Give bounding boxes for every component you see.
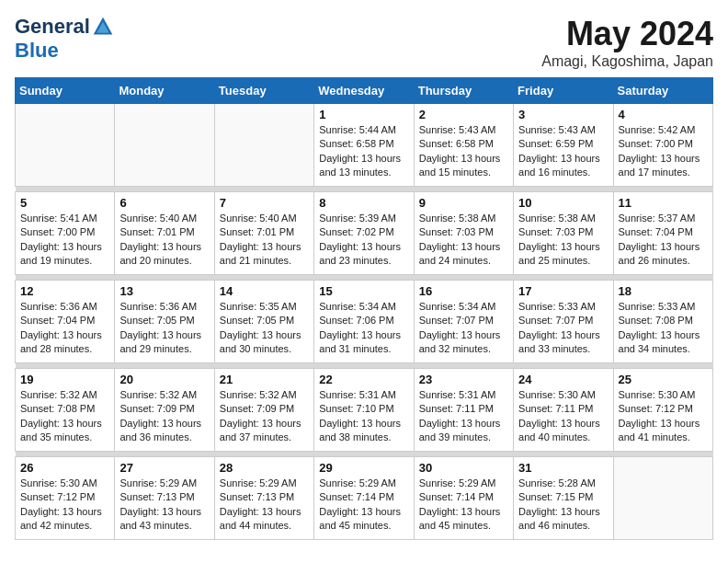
calendar-table: Sunday Monday Tuesday Wednesday Thursday… — [15, 77, 713, 540]
list-item — [613, 457, 712, 540]
list-item — [214, 104, 313, 187]
day-number: 26 — [20, 461, 109, 475]
day-info: Sunrise: 5:34 AMSunset: 7:06 PMDaylight:… — [319, 300, 408, 357]
day-info: Sunrise: 5:33 AMSunset: 7:07 PMDaylight:… — [518, 300, 608, 357]
day-info: Sunrise: 5:40 AMSunset: 7:01 PMDaylight:… — [119, 212, 209, 269]
day-number: 19 — [20, 373, 109, 386]
list-item: 16Sunrise: 5:34 AMSunset: 7:07 PMDayligh… — [414, 281, 513, 363]
list-item: 18Sunrise: 5:33 AMSunset: 7:08 PMDayligh… — [613, 281, 712, 363]
day-info: Sunrise: 5:38 AMSunset: 7:03 PMDaylight:… — [419, 212, 508, 269]
day-info: Sunrise: 5:29 AMSunset: 7:14 PMDaylight:… — [319, 477, 408, 534]
day-number: 6 — [119, 196, 209, 210]
list-item: 3Sunrise: 5:43 AMSunset: 6:59 PMDaylight… — [514, 104, 613, 187]
day-info: Sunrise: 5:31 AMSunset: 7:10 PMDaylight:… — [319, 388, 408, 445]
day-number: 31 — [518, 461, 608, 475]
day-info: Sunrise: 5:28 AMSunset: 7:15 PMDaylight:… — [518, 477, 608, 534]
day-info: Sunrise: 5:29 AMSunset: 7:13 PMDaylight:… — [220, 477, 309, 534]
list-item: 30Sunrise: 5:29 AMSunset: 7:14 PMDayligh… — [414, 457, 513, 540]
list-item: 31Sunrise: 5:28 AMSunset: 7:15 PMDayligh… — [514, 457, 613, 540]
list-item: 28Sunrise: 5:29 AMSunset: 7:13 PMDayligh… — [214, 457, 313, 540]
day-info: Sunrise: 5:43 AMSunset: 6:58 PMDaylight:… — [419, 123, 508, 180]
list-item: 11Sunrise: 5:37 AMSunset: 7:04 PMDayligh… — [613, 192, 712, 275]
day-number: 3 — [518, 108, 608, 121]
list-item: 21Sunrise: 5:32 AMSunset: 7:09 PMDayligh… — [214, 369, 313, 452]
day-number: 17 — [518, 284, 608, 298]
day-number: 10 — [518, 196, 608, 210]
logo-blue: Blue — [15, 39, 59, 63]
day-info: Sunrise: 5:34 AMSunset: 7:07 PMDaylight:… — [419, 300, 508, 357]
day-number: 7 — [220, 196, 309, 210]
logo-general: General — [15, 15, 90, 39]
header-monday: Monday — [115, 78, 214, 104]
day-number: 13 — [119, 284, 209, 298]
weekday-header-row: Sunday Monday Tuesday Wednesday Thursday… — [16, 78, 713, 104]
header-wednesday: Wednesday — [314, 78, 414, 104]
day-info: Sunrise: 5:29 AMSunset: 7:14 PMDaylight:… — [419, 477, 508, 534]
day-number: 28 — [220, 461, 309, 475]
day-info: Sunrise: 5:40 AMSunset: 7:01 PMDaylight:… — [220, 212, 309, 269]
list-item: 27Sunrise: 5:29 AMSunset: 7:13 PMDayligh… — [115, 457, 214, 540]
list-item: 23Sunrise: 5:31 AMSunset: 7:11 PMDayligh… — [414, 369, 513, 452]
day-info: Sunrise: 5:44 AMSunset: 6:58 PMDaylight:… — [319, 123, 408, 180]
day-info: Sunrise: 5:32 AMSunset: 7:09 PMDaylight:… — [220, 388, 309, 445]
list-item: 26Sunrise: 5:30 AMSunset: 7:12 PMDayligh… — [16, 457, 115, 540]
day-info: Sunrise: 5:30 AMSunset: 7:11 PMDaylight:… — [518, 388, 608, 445]
list-item: 15Sunrise: 5:34 AMSunset: 7:06 PMDayligh… — [314, 281, 414, 363]
table-row: 1Sunrise: 5:44 AMSunset: 6:58 PMDaylight… — [16, 104, 713, 187]
list-item: 20Sunrise: 5:32 AMSunset: 7:09 PMDayligh… — [115, 369, 214, 452]
day-number: 16 — [419, 284, 508, 298]
list-item: 5Sunrise: 5:41 AMSunset: 7:00 PMDaylight… — [16, 192, 115, 275]
month-title: May 2024 — [541, 15, 713, 53]
day-info: Sunrise: 5:41 AMSunset: 7:00 PMDaylight:… — [20, 212, 109, 269]
day-number: 1 — [319, 108, 408, 121]
list-item: 4Sunrise: 5:42 AMSunset: 7:00 PMDaylight… — [613, 104, 712, 187]
day-number: 9 — [419, 196, 508, 210]
list-item: 7Sunrise: 5:40 AMSunset: 7:01 PMDaylight… — [214, 192, 313, 275]
day-number: 24 — [518, 373, 608, 386]
list-item: 14Sunrise: 5:35 AMSunset: 7:05 PMDayligh… — [214, 281, 313, 363]
list-item: 2Sunrise: 5:43 AMSunset: 6:58 PMDaylight… — [414, 104, 513, 187]
day-info: Sunrise: 5:30 AMSunset: 7:12 PMDaylight:… — [20, 477, 109, 534]
day-info: Sunrise: 5:37 AMSunset: 7:04 PMDaylight:… — [619, 212, 708, 269]
day-info: Sunrise: 5:42 AMSunset: 7:00 PMDaylight:… — [619, 123, 708, 180]
header: General Blue May 2024 Amagi, Kagoshima, … — [15, 15, 713, 70]
day-info: Sunrise: 5:38 AMSunset: 7:03 PMDaylight:… — [518, 212, 608, 269]
list-item: 13Sunrise: 5:36 AMSunset: 7:05 PMDayligh… — [115, 281, 214, 363]
day-info: Sunrise: 5:35 AMSunset: 7:05 PMDaylight:… — [220, 300, 309, 357]
header-friday: Friday — [514, 78, 613, 104]
day-number: 21 — [220, 373, 309, 386]
day-number: 14 — [220, 284, 309, 298]
table-row: 5Sunrise: 5:41 AMSunset: 7:00 PMDaylight… — [16, 192, 713, 275]
day-info: Sunrise: 5:36 AMSunset: 7:05 PMDaylight:… — [119, 300, 209, 357]
list-item — [16, 104, 115, 187]
day-number: 30 — [419, 461, 508, 475]
day-number: 23 — [419, 373, 508, 386]
day-info: Sunrise: 5:32 AMSunset: 7:08 PMDaylight:… — [20, 388, 109, 445]
list-item: 10Sunrise: 5:38 AMSunset: 7:03 PMDayligh… — [514, 192, 613, 275]
day-info: Sunrise: 5:36 AMSunset: 7:04 PMDaylight:… — [20, 300, 109, 357]
day-number: 12 — [20, 284, 109, 298]
table-row: 19Sunrise: 5:32 AMSunset: 7:08 PMDayligh… — [16, 369, 713, 452]
day-number: 27 — [119, 461, 209, 475]
day-number: 18 — [619, 284, 708, 298]
list-item: 12Sunrise: 5:36 AMSunset: 7:04 PMDayligh… — [16, 281, 115, 363]
day-number: 5 — [20, 196, 109, 210]
title-area: May 2024 Amagi, Kagoshima, Japan — [541, 15, 713, 70]
list-item: 22Sunrise: 5:31 AMSunset: 7:10 PMDayligh… — [314, 369, 414, 452]
header-tuesday: Tuesday — [214, 78, 313, 104]
list-item: 19Sunrise: 5:32 AMSunset: 7:08 PMDayligh… — [16, 369, 115, 452]
list-item: 9Sunrise: 5:38 AMSunset: 7:03 PMDaylight… — [414, 192, 513, 275]
logo: General Blue — [15, 15, 114, 63]
day-number: 2 — [419, 108, 508, 121]
day-info: Sunrise: 5:31 AMSunset: 7:11 PMDaylight:… — [419, 388, 508, 445]
list-item: 6Sunrise: 5:40 AMSunset: 7:01 PMDaylight… — [115, 192, 214, 275]
header-saturday: Saturday — [613, 78, 712, 104]
location: Amagi, Kagoshima, Japan — [541, 53, 713, 70]
day-info: Sunrise: 5:29 AMSunset: 7:13 PMDaylight:… — [119, 477, 209, 534]
day-number: 20 — [119, 373, 209, 386]
table-row: 26Sunrise: 5:30 AMSunset: 7:12 PMDayligh… — [16, 457, 713, 540]
day-number: 11 — [619, 196, 708, 210]
day-info: Sunrise: 5:43 AMSunset: 6:59 PMDaylight:… — [518, 123, 608, 180]
table-row: 12Sunrise: 5:36 AMSunset: 7:04 PMDayligh… — [16, 281, 713, 363]
list-item: 24Sunrise: 5:30 AMSunset: 7:11 PMDayligh… — [514, 369, 613, 452]
